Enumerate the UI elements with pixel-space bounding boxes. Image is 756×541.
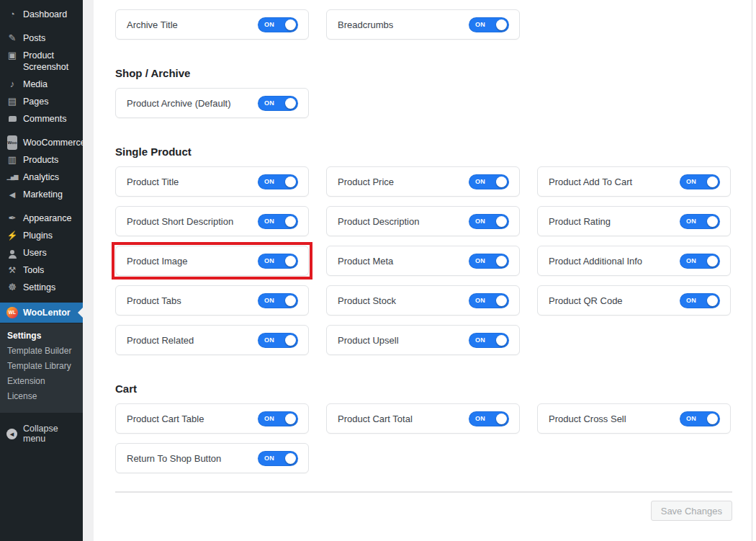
toggle-card-product-upsell: Product Upsell ON	[326, 325, 520, 355]
toggle-card-return-to-shop-button: Return To Shop Button ON	[115, 443, 309, 473]
sidebar-item-label: Pages	[23, 96, 48, 107]
sidebar-item-analytics[interactable]: Analytics	[0, 169, 83, 186]
toggle-card-product-image: Product Image ON	[115, 246, 309, 276]
collapse-menu-button[interactable]: Collapse menu	[0, 419, 83, 448]
toggle-on-label: ON	[475, 178, 485, 185]
product-upsell-toggle[interactable]: ON	[469, 333, 509, 348]
sidebar-item-comments[interactable]: Comments	[0, 110, 83, 128]
product-image-toggle[interactable]: ON	[258, 254, 298, 269]
product-cross-sell-toggle[interactable]: ON	[680, 411, 720, 426]
toggle-card-product-description: Product Description ON	[326, 206, 520, 236]
product-title-toggle[interactable]: ON	[258, 174, 298, 189]
submenu-item-settings[interactable]: Settings	[0, 328, 83, 344]
sidebar-item-media[interactable]: Media	[0, 76, 83, 93]
product-additional-info-toggle[interactable]: ON	[680, 254, 720, 269]
toggle-knob	[707, 295, 718, 306]
toggle-card-label: Product Short Description	[127, 216, 233, 227]
toggle-card-product-add-to-cart: Product Add To Cart ON	[537, 166, 731, 197]
product-meta-toggle[interactable]: ON	[469, 254, 509, 269]
sidebar-item-users[interactable]: Users	[0, 244, 83, 261]
toggle-on-label: ON	[264, 218, 274, 225]
sidebar-item-appearance[interactable]: Appearance	[0, 210, 83, 227]
sidebar-item-woocommerce[interactable]: WooCommerce	[0, 134, 83, 151]
toggle-card-label: Product Title	[127, 176, 179, 187]
toggle-card-product-archive-default: Product Archive (Default) ON	[115, 88, 309, 118]
settings-sections: Archive Title ON Breadcrumbs ON Shop / A…	[115, 9, 732, 473]
sidebar-item-label: Marketing	[23, 189, 63, 200]
save-changes-button[interactable]: Save Changes	[651, 501, 732, 521]
sidebar-item-marketing[interactable]: Marketing	[0, 186, 83, 203]
submenu-item-template-library[interactable]: Template Library	[0, 359, 83, 374]
submenu-item-template-builder[interactable]: Template Builder	[0, 344, 83, 359]
sidebar-item-pages[interactable]: Pages	[0, 93, 83, 110]
sidebar-item-product-screenshot[interactable]: Product Screenshot	[0, 47, 83, 76]
submenu-item-license[interactable]: License	[0, 389, 83, 404]
toggle-on-label: ON	[686, 178, 696, 185]
sidebar-item-settings[interactable]: Settings	[0, 279, 83, 296]
toggle-card-label: Breadcrumbs	[338, 19, 393, 30]
collapse-arrow-icon	[6, 429, 17, 439]
product-qr-code-toggle[interactable]: ON	[680, 293, 720, 308]
tools-icon	[6, 264, 18, 276]
toggle-card-product-price: Product Price ON	[326, 166, 520, 197]
toggle-card-label: Product Tabs	[127, 295, 181, 306]
product-cart-total-toggle[interactable]: ON	[469, 411, 509, 426]
product-description-toggle[interactable]: ON	[469, 214, 509, 229]
sidebar-item-label: Posts	[23, 32, 45, 44]
toggle-knob	[285, 216, 296, 227]
archive-title-toggle[interactable]: ON	[258, 17, 298, 32]
toggle-on-label: ON	[475, 257, 485, 264]
sidebar-item-products[interactable]: Products	[0, 151, 83, 169]
product-stock-toggle[interactable]: ON	[469, 293, 509, 308]
product-add-to-cart-toggle[interactable]: ON	[680, 174, 720, 189]
toggle-card-label: Product Rating	[549, 216, 611, 227]
breadcrumbs-toggle[interactable]: ON	[469, 17, 509, 32]
toggle-on-label: ON	[686, 415, 696, 422]
cards-grid: Product Archive (Default) ON	[115, 88, 732, 118]
sidebar-item-woolentor[interactable]: WooLentor	[0, 303, 83, 323]
product-rating-toggle[interactable]: ON	[680, 214, 720, 229]
toggle-card-label: Product Cross Sell	[549, 413, 626, 424]
sidebar-item-label: Plugins	[23, 230, 53, 241]
appearance-icon	[6, 213, 18, 224]
toggle-on-label: ON	[475, 218, 485, 225]
section-heading-cart: Cart	[115, 383, 732, 395]
sidebar-content-gutter	[83, 0, 94, 541]
toggle-card-label: Product Image	[127, 256, 188, 267]
sidebar-item-plugins[interactable]: Plugins	[0, 227, 83, 244]
cards-grid: Archive Title ON Breadcrumbs ON	[115, 9, 732, 40]
analytics-icon	[6, 171, 18, 183]
plugins-icon	[6, 230, 18, 241]
sidebar-item-dashboard[interactable]: Dashboard	[0, 6, 83, 23]
toggle-knob	[496, 176, 507, 187]
product-short-description-toggle[interactable]: ON	[258, 214, 298, 229]
product-archive-default-toggle[interactable]: ON	[258, 96, 298, 111]
product-related-toggle[interactable]: ON	[258, 333, 298, 348]
toggle-card-product-cart-table: Product Cart Table ON	[115, 403, 309, 434]
woolentor-icon	[6, 307, 18, 318]
toggle-knob	[496, 335, 507, 346]
toggle-on-label: ON	[686, 257, 696, 264]
return-to-shop-button-toggle[interactable]: ON	[258, 451, 298, 466]
toggle-on-label: ON	[264, 21, 274, 28]
toggle-card-label: Product Description	[338, 216, 419, 227]
toggle-knob	[496, 19, 507, 30]
sidebar-item-posts[interactable]: Posts	[0, 30, 83, 47]
submenu-item-extension[interactable]: Extension	[0, 374, 83, 389]
toggle-on-label: ON	[264, 415, 274, 422]
bottom-divider	[115, 491, 732, 493]
product-price-toggle[interactable]: ON	[469, 174, 509, 189]
toggle-on-label: ON	[264, 99, 274, 107]
toggle-knob	[707, 413, 718, 424]
toggle-card-product-additional-info: Product Additional Info ON	[537, 246, 731, 276]
toggle-card-label: Product Upsell	[338, 335, 399, 346]
toggle-on-label: ON	[264, 455, 274, 462]
woocommerce-icon	[6, 137, 18, 148]
product-tabs-toggle[interactable]: ON	[258, 293, 298, 308]
sidebar-item-tools[interactable]: Tools	[0, 261, 83, 279]
product-cart-table-toggle[interactable]: ON	[258, 411, 298, 426]
toggle-card-archive-title: Archive Title ON	[115, 9, 309, 40]
toggle-card-label: Product Price	[338, 176, 394, 187]
toggle-card-label: Product Add To Cart	[549, 176, 632, 187]
toggle-knob	[285, 453, 296, 464]
